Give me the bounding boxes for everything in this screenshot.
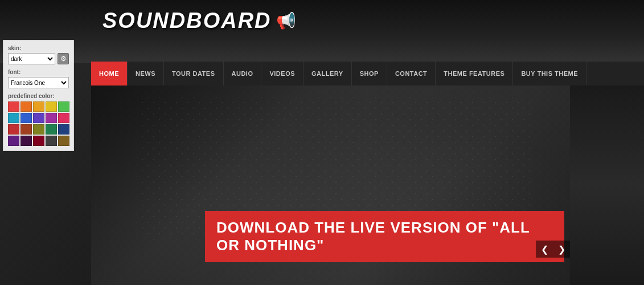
nav-item-gallery[interactable]: GALLERY bbox=[303, 62, 352, 85]
nav-item-buy-theme[interactable]: BUY THIS THEME bbox=[513, 62, 586, 85]
nav-item-contact[interactable]: CONTACT bbox=[387, 62, 436, 85]
color-swatch-11[interactable] bbox=[20, 124, 32, 135]
nav-item-tour-dates[interactable]: TOUR DATES bbox=[164, 62, 224, 85]
color-swatch-10[interactable] bbox=[8, 124, 19, 135]
skin-row: dark ⚙ bbox=[8, 53, 69, 64]
download-banner[interactable]: DOWNLOAD THE LIVE VERSION OF "ALL OR NOT… bbox=[205, 211, 564, 262]
nav-item-theme-features[interactable]: THEME FEATURES bbox=[436, 62, 513, 85]
color-swatch-4[interactable] bbox=[58, 101, 69, 112]
color-grid bbox=[8, 101, 69, 146]
color-swatch-5[interactable] bbox=[8, 113, 19, 123]
color-swatch-18[interactable] bbox=[46, 136, 57, 146]
logo-area: SOUNDBOARD 📢 bbox=[102, 9, 296, 33]
font-label: font: bbox=[8, 69, 69, 75]
color-swatch-8[interactable] bbox=[46, 113, 57, 123]
download-banner-text: DOWNLOAD THE LIVE VERSION OF "ALL OR NOT… bbox=[216, 219, 530, 254]
color-swatch-2[interactable] bbox=[33, 101, 44, 112]
color-swatch-6[interactable] bbox=[20, 113, 32, 123]
skin-label: skin: bbox=[8, 45, 69, 51]
color-swatch-17[interactable] bbox=[33, 136, 44, 146]
font-row: Francois One bbox=[8, 77, 69, 88]
nav-item-videos[interactable]: VIDEOS bbox=[261, 62, 303, 85]
chevron-right-icon: ❯ bbox=[558, 244, 565, 255]
color-swatch-12[interactable] bbox=[33, 124, 44, 135]
nav-item-news[interactable]: NEWS bbox=[128, 62, 164, 85]
slider-next-button[interactable]: ❯ bbox=[553, 241, 570, 258]
hero-section: DOWNLOAD THE LIVE VERSION OF "ALL OR NOT… bbox=[91, 85, 644, 285]
gear-icon: ⚙ bbox=[60, 55, 67, 63]
settings-panel: skin: dark ⚙ font: Francois One predefin… bbox=[3, 40, 74, 151]
color-swatch-7[interactable] bbox=[33, 113, 44, 123]
color-swatch-19[interactable] bbox=[58, 136, 69, 146]
skin-select[interactable]: dark bbox=[8, 53, 55, 64]
gear-button[interactable]: ⚙ bbox=[58, 53, 69, 64]
color-swatch-13[interactable] bbox=[46, 124, 57, 135]
predefined-color-label: predefined color: bbox=[8, 93, 69, 99]
crowd-right-overlay bbox=[570, 85, 644, 285]
top-bar: SOUNDBOARD 📢 bbox=[0, 0, 644, 63]
nav-item-audio[interactable]: AUDIO bbox=[224, 62, 262, 85]
color-swatch-16[interactable] bbox=[20, 136, 32, 146]
nav-item-shop[interactable]: SHOP bbox=[352, 62, 387, 85]
font-select[interactable]: Francois One bbox=[8, 77, 69, 88]
color-swatch-3[interactable] bbox=[46, 101, 57, 112]
slider-prev-button[interactable]: ❮ bbox=[536, 241, 553, 258]
color-swatch-1[interactable] bbox=[20, 101, 32, 112]
color-swatch-14[interactable] bbox=[58, 124, 69, 135]
nav-item-home[interactable]: HOME bbox=[91, 62, 128, 85]
color-swatch-15[interactable] bbox=[8, 136, 19, 146]
chevron-left-icon: ❮ bbox=[541, 244, 548, 255]
main-nav: HOME NEWS TOUR DATES AUDIO VIDEOS GALLER… bbox=[91, 62, 644, 85]
color-swatch-0[interactable] bbox=[8, 101, 19, 112]
logo-text: SOUNDBOARD bbox=[102, 9, 272, 33]
megaphone-icon: 📢 bbox=[276, 11, 296, 30]
color-swatch-9[interactable] bbox=[58, 113, 69, 123]
